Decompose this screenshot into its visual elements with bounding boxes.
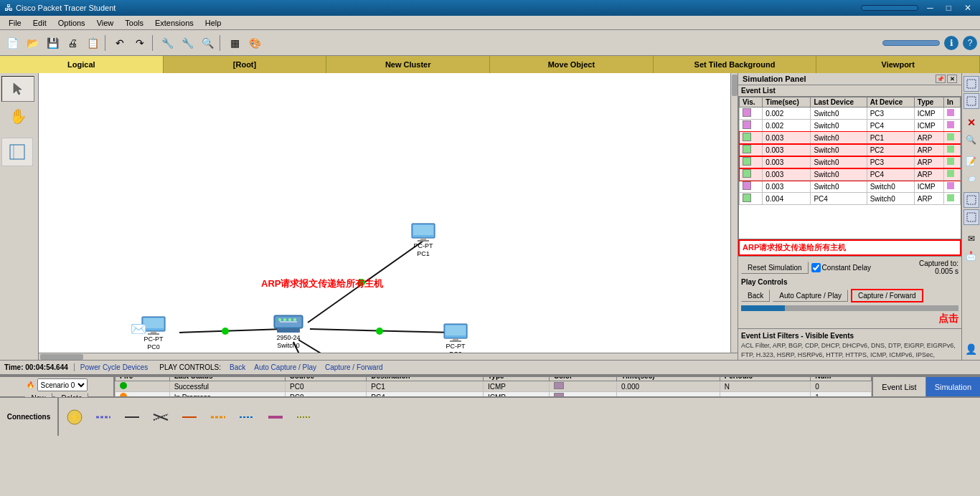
device-item-auto[interactable]: ⚡ — [62, 401, 88, 433]
device-item-console[interactable] — [90, 401, 116, 433]
rt-note[interactable]: 📝 — [963, 153, 979, 169]
rt-user[interactable]: 👤 — [963, 341, 979, 357]
constant-delay-checkbox[interactable] — [811, 263, 821, 272]
device-pc0[interactable]: ✉️ PC-PTPC0 — [141, 315, 166, 351]
tb-save[interactable]: 💾 — [43, 34, 62, 52]
tb-zoom-in[interactable]: 🔍 — [198, 34, 217, 52]
sim-panel-pin[interactable]: 📌 — [936, 75, 946, 83]
rt-move[interactable] — [963, 93, 979, 109]
reset-simulation-btn[interactable]: Reset Simulation — [741, 262, 809, 274]
event-row[interactable]: 0.003 Switch0 PC1 ARP — [740, 132, 961, 144]
rt-sel2[interactable] — [963, 192, 979, 208]
statusbar-back-btn[interactable]: Back — [230, 363, 245, 371]
fr-periodic: N — [720, 381, 811, 392]
device-item-phone[interactable] — [234, 401, 260, 433]
tb-redo[interactable]: ↷ — [131, 34, 149, 52]
canvas-scrollbar-h[interactable] — [39, 353, 738, 360]
close-btn[interactable]: ✕ — [960, 3, 976, 13]
ev-time: 0.004 — [763, 193, 811, 205]
rt-select[interactable] — [963, 76, 979, 92]
tb-print[interactable]: 🖨 — [63, 34, 82, 52]
usb-icon — [294, 407, 314, 427]
menu-file[interactable]: File — [3, 18, 27, 28]
tab-event-list[interactable]: Event List — [872, 377, 925, 396]
rt-pdu[interactable]: 📨 — [963, 171, 979, 186]
fire-dot[interactable] — [120, 393, 127, 396]
sim-panel-close[interactable]: ✕ — [947, 75, 957, 83]
tb-undo[interactable]: ↶ — [110, 34, 129, 52]
toolbar-sep2 — [152, 35, 155, 51]
tool-select[interactable] — [1, 76, 34, 102]
device-item-cross[interactable] — [148, 401, 174, 433]
rt-sel3[interactable] — [963, 209, 979, 225]
event-row[interactable]: 0.003 Switch0 PC2 ARP — [740, 144, 961, 156]
fire-dot[interactable] — [120, 382, 127, 389]
tb-new[interactable]: 📄 — [3, 34, 22, 52]
svg-line-3 — [179, 329, 284, 333]
event-row[interactable]: 0.003 Switch0 PC3 ARP — [740, 156, 961, 168]
device-item-serial[interactable] — [205, 401, 231, 433]
tb-grid[interactable]: ▦ — [225, 34, 244, 52]
event-row[interactable]: 0.003 Switch0 Switch0 ICMP — [740, 181, 961, 193]
event-row[interactable]: 0.002 Switch0 PC4 ICMP — [740, 120, 961, 132]
nav-new-cluster[interactable]: New Cluster — [326, 56, 490, 73]
nav-viewport[interactable]: Viewport — [816, 56, 980, 73]
event-row[interactable]: 0.004 PC4 Switch0 ARP — [740, 193, 961, 205]
event-row[interactable]: 0.003 Switch0 PC4 ARP — [740, 168, 961, 181]
auto-capture-btn[interactable]: Auto Capture / Play — [773, 290, 848, 302]
event-row[interactable]: 0.002 Switch0 PC3 ICMP — [740, 108, 961, 120]
statusbar-auto-btn[interactable]: Auto Capture / Play — [254, 363, 316, 371]
tab-simulation[interactable]: Simulation — [925, 377, 980, 396]
menu-extensions[interactable]: Extensions — [149, 18, 199, 28]
device-pc1[interactable]: PC-PTPC1 — [410, 222, 436, 258]
nav-logical[interactable]: Logical — [0, 56, 164, 73]
nav-move-object[interactable]: Move Object — [490, 56, 654, 73]
back-btn[interactable]: Back — [741, 290, 770, 302]
device-cat-connections[interactable]: Connections — [0, 401, 57, 433]
restore-btn[interactable]: □ — [942, 3, 956, 13]
zoom-slider[interactable] — [882, 40, 940, 46]
device-item-coax[interactable] — [263, 401, 288, 433]
statusbar-capture-btn[interactable]: Capture / Forward — [325, 363, 383, 371]
device-item-fiber[interactable] — [176, 401, 202, 433]
tool-move[interactable]: ✋ — [1, 103, 34, 129]
svg-point-9 — [358, 279, 365, 286]
tb-open[interactable]: 📂 — [23, 34, 42, 52]
menu-options[interactable]: Options — [52, 18, 91, 28]
network-canvas[interactable]: ✉️ PC-PTPC0 PC-PTPC1 PC-PTPC2 — [39, 73, 738, 360]
scenario-select[interactable]: Scenario 0 — [37, 378, 88, 391]
svg-rect-1 — [10, 145, 24, 159]
ev-in — [943, 156, 960, 168]
fire-row[interactable]: In Progress PC0 PC4 ICMP 1 — [116, 392, 872, 397]
tb-copy[interactable]: 📋 — [83, 34, 102, 52]
device-item-straight[interactable] — [119, 401, 145, 433]
fr-fire[interactable] — [116, 381, 170, 392]
ev-time: 0.003 — [763, 168, 811, 181]
svg-point-36 — [278, 318, 281, 321]
menu-help[interactable]: Help — [199, 18, 227, 28]
nav-set-tiled-bg[interactable]: Set Tiled Background — [654, 56, 817, 73]
menu-edit[interactable]: Edit — [27, 18, 52, 28]
fr-fire[interactable] — [116, 392, 170, 397]
rt-pdu2[interactable]: 📩 — [963, 248, 979, 264]
device-item-usb[interactable] — [291, 401, 317, 433]
tb-adjust[interactable]: 🔧 — [178, 34, 197, 52]
tb-palette[interactable]: 🎨 — [245, 34, 264, 52]
tb-info[interactable]: ℹ — [944, 36, 958, 50]
rt-mail[interactable]: ✉ — [963, 231, 979, 247]
tb-search[interactable]: 🔧 — [158, 34, 176, 52]
phone-cable-icon — [237, 407, 257, 427]
fire-row[interactable]: Successful PC0 PC1 ICMP 0.000 N 0 — [116, 381, 872, 392]
minimize-btn[interactable]: ─ — [923, 3, 938, 13]
menu-view[interactable]: View — [91, 18, 120, 28]
nav-root[interactable]: [Root] — [164, 56, 327, 73]
device-switch0[interactable]: 2950-24Switch0 — [273, 310, 304, 350]
rt-delete[interactable]: ✕ — [963, 115, 979, 130]
canvas-scrollbar-v[interactable] — [730, 73, 738, 360]
power-cycle-btn[interactable]: Power Cycle Devices — [80, 363, 148, 371]
tb-help[interactable]: ? — [963, 36, 977, 50]
rt-search[interactable]: 🔍 — [963, 132, 979, 148]
menu-tools[interactable]: Tools — [119, 18, 149, 28]
event-list-container[interactable]: Vis. Time(sec) Last Device At Device Typ… — [738, 96, 961, 239]
capture-forward-btn[interactable]: Capture / Forward — [851, 289, 923, 302]
